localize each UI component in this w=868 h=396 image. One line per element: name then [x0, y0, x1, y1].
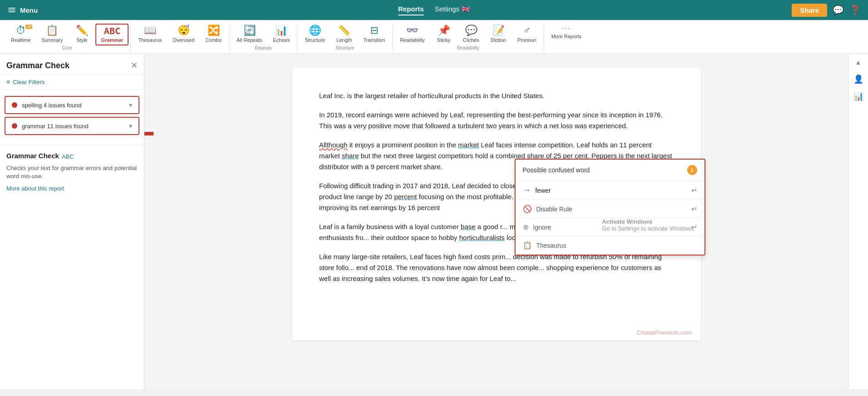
readability-group-label-row: Readability: [395, 45, 542, 51]
toolbar-item-more-reports[interactable]: ··· More Reports: [546, 23, 587, 42]
menu-icon: [7, 5, 16, 15]
top-nav: Menu Reports Settings 🇬🇧 Share 💬 ❓: [0, 0, 868, 20]
diction-label: Diction: [491, 37, 506, 43]
core-group-label-row: Core: [5, 45, 129, 51]
toolbar-sep-4: [392, 25, 393, 52]
sidebar-title: Grammar Check: [6, 61, 69, 70]
toolbar-item-structure[interactable]: 🌐 Structure: [299, 23, 331, 45]
sidebar-info-title-row: Grammar Check ABC: [6, 152, 138, 161]
thesaurus-action[interactable]: 📋 Thesaurus: [516, 236, 704, 255]
toolbar-item-combo[interactable]: 🔀 Combo: [200, 23, 227, 45]
readability-label: Readability: [400, 37, 425, 43]
toolbar-item-pronoun[interactable]: ♂ Pronoun: [512, 23, 542, 45]
sticky-label: Sticky: [437, 37, 450, 43]
more-reports-label: More Reports: [551, 34, 582, 39]
popup-suggestion-left: → fewer: [523, 185, 551, 195]
toolbar-sep-1: [130, 25, 131, 52]
toolbar-structure-items: 🌐 Structure 📏 Length ⊟ Transition: [299, 23, 391, 45]
suggestion-text: fewer: [536, 187, 551, 194]
ignore-icon: ⊗: [523, 223, 529, 231]
chart-icon-button[interactable]: 📊: [853, 91, 863, 101]
toolbar-group-core: off ⏱ Realtime 📋 Summary ✏️ Style ABC Gr…: [5, 23, 129, 51]
summary-label: Summary: [41, 37, 63, 43]
suggestion-popup: Possible confused word i → fewer ↵: [515, 159, 705, 256]
clear-filters-button[interactable]: ≡ Clear Filters: [0, 75, 144, 90]
spelling-issue-item[interactable]: spelling 4 issues found ▾: [5, 96, 139, 114]
menu-label: Menu: [20, 6, 38, 14]
grammar-issue-text: grammar 11 issues found: [22, 123, 89, 130]
percent-word: percent: [394, 193, 417, 201]
thesaurus-popup-label: Thesaurus: [536, 242, 566, 249]
overused-label: Overused: [173, 37, 194, 43]
tab-settings[interactable]: Settings 🇬🇧: [435, 5, 470, 15]
popup-header: Possible confused word i: [516, 160, 704, 181]
horticulturalists-word: horticulturalists: [459, 234, 505, 241]
toolbar-item-thesaurus[interactable]: 📖 Thesaurus: [133, 23, 167, 45]
ignore-left: ⊗ Ignore: [523, 223, 551, 231]
toolbar-group-readability: 👓 Readability 📌 Sticky 💬 Clichés 📝 Dicti…: [395, 23, 542, 51]
pronoun-label: Pronoun: [517, 37, 536, 43]
base-word: base: [461, 223, 476, 231]
toolbar-core-items: off ⏱ Realtime 📋 Summary ✏️ Style ABC Gr…: [5, 23, 129, 45]
toolbar-repeats-items: 🔄 All Repeats 📊 Echoes: [231, 23, 295, 45]
toolbar-item-readability[interactable]: 👓 Readability: [395, 23, 430, 45]
toolbar-item-length[interactable]: 📏 Length: [331, 23, 358, 45]
activate-sub: Go to Settings to activate Windows.: [602, 225, 695, 232]
sidebar-header: Grammar Check ✕: [0, 54, 144, 75]
toolbar-item-realtime[interactable]: off ⏱ Realtime: [5, 23, 36, 45]
disable-rule-label: Disable Rule: [536, 206, 572, 213]
share-button[interactable]: Share: [792, 4, 827, 17]
toolbar-group-repeats: 🔄 All Repeats 📊 Echoes Repeats: [231, 23, 295, 51]
grammar-issue-item[interactable]: grammar 11 issues found ▾: [5, 117, 139, 135]
allthough-word: Allthough: [319, 141, 348, 149]
toolbar-item-summary[interactable]: 📋 Summary: [36, 23, 68, 45]
grammar-dot: [12, 123, 17, 129]
structure-group-label-row: Structure: [299, 45, 391, 51]
sidebar-close-button[interactable]: ✕: [131, 60, 138, 70]
realtime-off-badge: off: [25, 25, 33, 29]
share-word: share: [342, 152, 359, 160]
toolbar-item-diction[interactable]: 📝 Diction: [485, 23, 512, 45]
arrow-annotation: [144, 120, 158, 149]
sidebar-info-desc: Checks your text for grammar errors and …: [6, 164, 138, 180]
popup-info-icon[interactable]: i: [687, 165, 697, 175]
thesaurus-left: 📋 Thesaurus: [523, 241, 566, 250]
center-tabs: Reports Settings 🇬🇧: [398, 5, 470, 15]
core-group-label: Core: [62, 45, 72, 51]
issue-list: spelling 4 issues found ▾ grammar 11 iss…: [0, 90, 144, 141]
scroll-top-button[interactable]: ▲: [854, 58, 863, 67]
apply-suggestion-icon[interactable]: ↵: [691, 186, 697, 195]
sidebar-more-link[interactable]: More about this report: [6, 185, 138, 192]
toolbar-item-cliches[interactable]: 💬 Clichés: [457, 23, 485, 45]
market-word: market: [458, 141, 479, 149]
grammar-expand-icon: ▾: [129, 122, 132, 130]
all-repeats-label: All Repeats: [237, 37, 262, 43]
length-label: Length: [337, 37, 352, 43]
right-actions: Share 💬 ❓: [792, 4, 861, 17]
toolbar-group-secondary: 📖 Thesaurus 😴 Overused 🔀 Combo: [133, 23, 227, 46]
user-icon-button[interactable]: 👤: [853, 74, 863, 84]
tab-reports[interactable]: Reports: [398, 5, 424, 15]
toolbar-item-all-repeats[interactable]: 🔄 All Repeats: [231, 23, 268, 45]
thesaurus-popup-icon: 📋: [523, 241, 532, 250]
toolbar-item-overused[interactable]: 😴 Overused: [167, 23, 200, 45]
chat-icon-button[interactable]: 💬: [833, 5, 844, 15]
clear-filters-label: Clear Filters: [13, 79, 45, 85]
disable-rule-action[interactable]: 🚫 Disable Rule ↵: [516, 200, 704, 218]
toolbar-item-style[interactable]: ✏️ Style: [68, 23, 95, 45]
toolbar-item-grammar[interactable]: ABC Grammar: [95, 24, 129, 45]
structure-group-label: Structure: [336, 45, 354, 51]
repeats-group-label: Repeats: [255, 45, 272, 51]
doc-para-1: Leaf Inc. is the largest retailer of hor…: [319, 90, 674, 101]
toolbar-item-sticky[interactable]: 📌 Sticky: [430, 23, 457, 45]
popup-title: Possible confused word: [523, 166, 590, 174]
help-icon-button[interactable]: ❓: [849, 5, 861, 15]
spelling-expand-icon: ▾: [129, 101, 132, 109]
menu-area[interactable]: Menu: [7, 5, 38, 15]
toolbar-sep-5: [544, 25, 544, 52]
doc-content: Leaf Inc. is the largest retailer of hor…: [292, 68, 701, 341]
toolbar-item-transition[interactable]: ⊟ Transition: [358, 23, 391, 45]
toolbar-more-items: ··· More Reports: [546, 23, 587, 42]
doc-para-6: Like many large-site retailers, Leaf fac…: [319, 251, 674, 284]
toolbar-item-echoes[interactable]: 📊 Echoes: [268, 23, 295, 45]
